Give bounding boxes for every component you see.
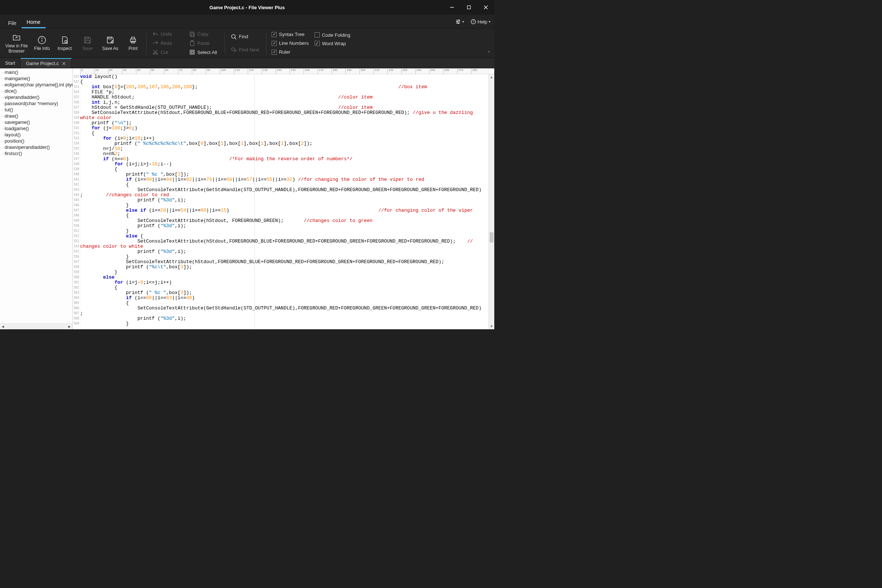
copy-button: Copy — [188, 30, 220, 38]
editor-ruler: 0102030405060708090100110120130140150160… — [80, 68, 494, 74]
svg-rect-17 — [86, 37, 88, 39]
tree-item[interactable]: eofgame(char plyrname[],int plyr) — [2, 82, 72, 88]
svg-point-14 — [42, 38, 42, 39]
undo-icon — [153, 31, 158, 37]
svg-point-33 — [231, 34, 235, 38]
svg-point-8 — [457, 21, 458, 22]
scroll-thumb[interactable] — [489, 232, 494, 243]
svg-rect-29 — [190, 41, 194, 46]
window-title: Game Project.c - File Viewer Plus — [210, 5, 285, 10]
titlebar: Game Project.c - File Viewer Plus — [0, 0, 494, 15]
menu-home[interactable]: Home — [22, 16, 46, 28]
code-folding-checkbox[interactable]: Code Folding — [315, 32, 350, 38]
tab-close-button[interactable]: ✕ — [62, 61, 66, 66]
svg-point-7 — [459, 20, 459, 21]
tree-item[interactable]: main() — [2, 69, 72, 75]
find-button[interactable]: Find — [230, 33, 262, 40]
svg-text:?: ? — [472, 20, 474, 24]
scroll-down-arrow[interactable]: ▼ — [489, 323, 494, 329]
select-all-icon — [189, 49, 195, 55]
save-as-button[interactable]: Save As — [99, 30, 121, 57]
paste-icon — [189, 40, 195, 46]
svg-rect-21 — [132, 37, 135, 39]
svg-rect-19 — [108, 37, 111, 39]
menu-file[interactable]: File — [3, 17, 22, 28]
window-controls — [444, 0, 494, 15]
svg-point-9 — [458, 23, 459, 24]
tree-item[interactable]: firstscr() — [2, 150, 72, 156]
line-number-gutter: 5215225235245255265275285295305315325335… — [73, 74, 80, 326]
view-in-file-browser-label: View in File Browser — [5, 44, 28, 54]
tree-item[interactable]: draw() — [2, 113, 72, 119]
print-icon — [129, 36, 138, 45]
svg-rect-1 — [468, 6, 471, 9]
tree-item[interactable]: loadgame() — [2, 125, 72, 132]
tree-item[interactable]: tut() — [2, 106, 72, 113]
print-button[interactable]: Print — [122, 30, 144, 57]
tree-item[interactable]: layout() — [2, 132, 72, 138]
save-icon — [83, 36, 92, 45]
ribbon-display-options[interactable]: ▾ — [456, 20, 464, 24]
close-button[interactable] — [477, 0, 494, 15]
svg-rect-28 — [191, 33, 194, 37]
svg-line-34 — [235, 38, 236, 39]
tree-item[interactable]: position() — [2, 138, 72, 144]
help-button[interactable]: ? Help ▾ — [471, 19, 490, 25]
redo-button: Redo — [151, 39, 183, 46]
search-icon — [231, 34, 237, 40]
editor-vertical-scrollbar[interactable]: ▲ ▼ — [488, 74, 494, 329]
inspect-button[interactable]: Inspect — [54, 30, 76, 57]
ruler-checkbox[interactable]: ✓Ruler — [272, 49, 309, 55]
svg-line-36 — [234, 50, 235, 51]
cut-button: Cut — [151, 48, 183, 56]
tree-item[interactable]: savegame() — [2, 119, 72, 125]
editor: 0102030405060708090100110120130140150160… — [73, 68, 494, 329]
select-all-button[interactable]: Select All — [188, 48, 220, 56]
tree-item[interactable]: drawviperandladder() — [2, 144, 72, 150]
scroll-up-arrow[interactable]: ▲ — [489, 74, 494, 80]
tab-file[interactable]: Game Project.c ✕ — [21, 58, 72, 68]
scroll-right-arrow[interactable]: ► — [66, 324, 72, 330]
word-wrap-checkbox[interactable]: ✓Word Wrap — [315, 41, 350, 46]
tree-item[interactable]: viperandladder() — [2, 94, 72, 100]
help-label: Help — [477, 19, 487, 25]
svg-rect-18 — [86, 40, 89, 43]
svg-rect-20 — [130, 39, 136, 42]
menubar: File Home ▾ ? Help ▾ — [0, 15, 494, 28]
svg-rect-27 — [190, 32, 193, 36]
save-button: Save — [76, 30, 99, 57]
tab-start[interactable]: Start — [0, 58, 21, 68]
svg-point-35 — [231, 48, 234, 51]
minimize-button[interactable] — [444, 0, 460, 15]
file-info-button[interactable]: File Info — [31, 30, 53, 57]
save-as-icon — [106, 36, 115, 45]
copy-icon — [189, 31, 195, 37]
folder-arrow-icon — [12, 33, 21, 42]
ribbon: View in File Browser File Info Inspect S… — [0, 28, 494, 58]
find-next-button: Find Next — [230, 46, 262, 54]
syntax-tree-panel: main()maingame()eofgame(char plyrname[],… — [0, 68, 73, 329]
paste-button: Paste — [188, 39, 220, 46]
svg-rect-32 — [191, 51, 193, 53]
redo-icon — [153, 40, 158, 46]
view-in-file-browser-button[interactable]: View in File Browser — [3, 30, 30, 57]
tabs-row: Start Game Project.c ✕ — [0, 58, 494, 68]
sidebar-horizontal-scrollbar[interactable]: ◄ ► — [0, 323, 72, 329]
document-search-icon — [60, 36, 69, 45]
undo-button: Undo — [151, 30, 183, 38]
code-area[interactable]: void layout() { int box[6]={201,205,187,… — [80, 74, 482, 326]
find-next-icon — [231, 47, 237, 53]
tree-item[interactable]: password(char *memory) — [2, 100, 72, 106]
info-icon — [38, 36, 46, 45]
tree-item[interactable]: maingame() — [2, 75, 72, 82]
collapse-ribbon-button[interactable]: ⌃ — [487, 50, 490, 56]
scroll-left-arrow[interactable]: ◄ — [0, 324, 6, 330]
main-area: main()maingame()eofgame(char plyrname[],… — [0, 68, 494, 329]
tree-item[interactable]: dice() — [2, 88, 72, 94]
cut-icon — [153, 49, 158, 55]
line-numbers-checkbox[interactable]: ✓Line Numbers — [272, 40, 309, 46]
maximize-button[interactable] — [460, 0, 477, 15]
svg-rect-31 — [190, 50, 194, 54]
syntax-tree-checkbox[interactable]: ✓Syntax Tree — [272, 32, 309, 37]
